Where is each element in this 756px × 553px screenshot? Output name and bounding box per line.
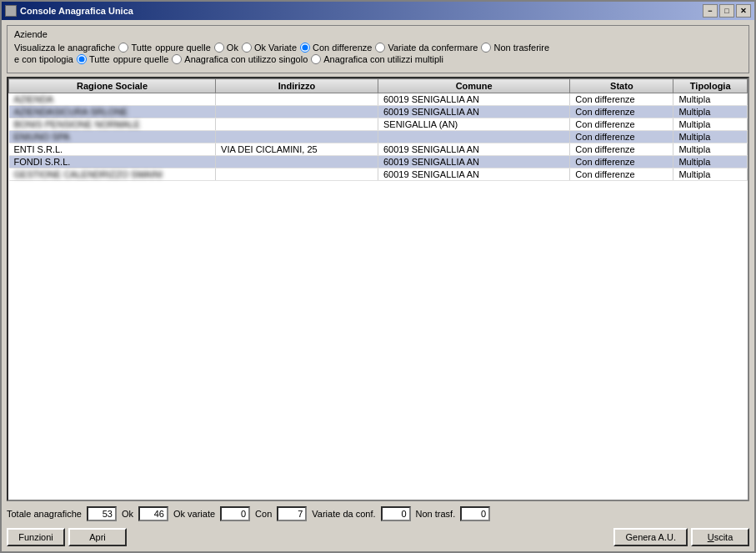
window-icon bbox=[5, 5, 17, 17]
radio-group-ok1: Ok bbox=[214, 43, 238, 53]
data-table-container[interactable]: Ragione Sociale Indirizzo Comune Stato T… bbox=[7, 77, 749, 501]
radio-okvariate1[interactable] bbox=[242, 43, 252, 53]
funzioni-button[interactable]: Funzioni bbox=[7, 528, 65, 546]
filter-label-2: e con tipologia bbox=[14, 54, 73, 64]
cell-ragione: BONIS PENSIONE NORMALE bbox=[9, 118, 216, 131]
oppure-label-1: oppure quelle bbox=[155, 43, 211, 53]
footer-right-buttons: Genera A.U. Uscita bbox=[613, 528, 749, 546]
radio-nontrasf1-label: Non trasferire bbox=[493, 43, 549, 53]
table-row[interactable]: GESTIONE CALENDRIZZO SMAINI60019 SENIGAL… bbox=[9, 168, 748, 181]
radio-anagmultipli[interactable] bbox=[311, 54, 321, 64]
radio-tutte2[interactable] bbox=[77, 54, 87, 64]
radio-group-anagmultipli: Anagrafica con utilizzi multipli bbox=[311, 54, 443, 64]
cell-indirizzo bbox=[216, 131, 378, 143]
cell-ragione: AZIENDASICURA SRLONE bbox=[9, 106, 216, 118]
cell-stato: Con differenze bbox=[570, 168, 673, 181]
radio-group-condiff1: Con differenze bbox=[300, 43, 372, 53]
radio-variate1-label: Variate da confermare bbox=[388, 43, 478, 53]
radio-ok1[interactable] bbox=[214, 43, 224, 53]
minimize-button[interactable]: − bbox=[703, 4, 718, 18]
aziende-groupbox: Aziende Visualizza le anagrafiche Tutte … bbox=[7, 25, 749, 73]
variate-value bbox=[381, 506, 411, 521]
table-row[interactable]: ENIUNO SPACon differenzeMultipla bbox=[9, 131, 748, 143]
radio-okvariate1-label: Ok Variate bbox=[254, 43, 297, 53]
radio-group-tutte2: Tutte bbox=[77, 54, 110, 64]
table-row[interactable]: BONIS PENSIONE NORMALESENIGALLIA (AN)Con… bbox=[9, 118, 748, 131]
table-row[interactable]: AZIENDA60019 SENIGALLIA ANCon differenze… bbox=[9, 93, 748, 106]
groupbox-title: Aziende bbox=[14, 29, 742, 39]
con-label: Con bbox=[255, 509, 272, 519]
radio-tutte2-label: Tutte bbox=[89, 54, 110, 64]
content-area: Aziende Visualizza le anagrafiche Tutte … bbox=[2, 20, 754, 551]
con-value bbox=[277, 506, 307, 521]
radio-tutte1-label: Tutte bbox=[131, 43, 152, 53]
nontrasf-label: Non trasf. bbox=[416, 509, 456, 519]
cell-ragione: FONDI S.R.L. bbox=[9, 156, 216, 168]
cell-comune bbox=[378, 131, 569, 143]
cell-tipologia: Multipla bbox=[673, 93, 748, 106]
title-bar: Console Anagrafica Unica − □ ✕ bbox=[2, 2, 754, 20]
col-indirizzo: Indirizzo bbox=[216, 79, 378, 93]
footer-buttons: Funzioni Apri Genera A.U. Uscita bbox=[7, 526, 749, 546]
okvariate-value bbox=[220, 506, 250, 521]
col-comune: Comune bbox=[378, 79, 569, 93]
cell-indirizzo bbox=[216, 118, 378, 131]
cell-ragione: AZIENDA bbox=[9, 93, 216, 106]
radio-condiff1-label: Con differenze bbox=[313, 43, 372, 53]
footer-left-buttons: Funzioni Apri bbox=[7, 528, 127, 546]
nontrasf-value bbox=[460, 506, 490, 521]
cell-stato: Con differenze bbox=[570, 156, 673, 168]
cell-indirizzo bbox=[216, 106, 378, 118]
cell-tipologia: Multipla bbox=[673, 118, 748, 131]
variate-label: Variate da conf. bbox=[312, 509, 375, 519]
table-row[interactable]: FONDI S.R.L.60019 SENIGALLIA ANCon diffe… bbox=[9, 156, 748, 168]
okvariate-label: Ok variate bbox=[173, 509, 215, 519]
window-title: Console Anagrafica Unica bbox=[20, 6, 133, 16]
cell-stato: Con differenze bbox=[570, 131, 673, 143]
table-row[interactable]: AZIENDASICURA SRLONE60019 SENIGALLIA ANC… bbox=[9, 106, 748, 118]
cell-comune: 60019 SENIGALLIA AN bbox=[378, 168, 569, 181]
uscita-button[interactable]: Uscita bbox=[691, 528, 749, 546]
cell-stato: Con differenze bbox=[570, 118, 673, 131]
radio-nontrasf1[interactable] bbox=[481, 43, 491, 53]
radio-ok1-label: Ok bbox=[227, 43, 238, 53]
col-ragione: Ragione Sociale bbox=[9, 79, 216, 93]
filter-row-1: Visualizza le anagrafiche Tutte oppure q… bbox=[14, 43, 742, 53]
radio-group-okvariate1: Ok Variate bbox=[242, 43, 297, 53]
radio-anagmultipli-label: Anagrafica con utilizzi multipli bbox=[323, 54, 443, 64]
totale-value bbox=[87, 506, 117, 521]
cell-tipologia: Multipla bbox=[673, 131, 748, 143]
radio-tutte1[interactable] bbox=[118, 43, 128, 53]
ok-label: Ok bbox=[122, 509, 133, 519]
data-table: Ragione Sociale Indirizzo Comune Stato T… bbox=[8, 78, 748, 181]
table-header-row: Ragione Sociale Indirizzo Comune Stato T… bbox=[9, 79, 748, 93]
ok-value bbox=[138, 506, 168, 521]
apri-button[interactable]: Apri bbox=[68, 528, 127, 546]
cell-comune: SENIGALLIA (AN) bbox=[378, 118, 569, 131]
cell-stato: Con differenze bbox=[570, 106, 673, 118]
radio-variate1[interactable] bbox=[375, 43, 385, 53]
table-row[interactable]: ENTI S.R.L.VIA DEI CICLAMINI, 2560019 SE… bbox=[9, 143, 748, 156]
radio-condiff1[interactable] bbox=[300, 43, 310, 53]
cell-indirizzo: VIA DEI CICLAMINI, 25 bbox=[216, 143, 378, 156]
cell-indirizzo bbox=[216, 93, 378, 106]
maximize-button[interactable]: □ bbox=[719, 4, 734, 18]
radio-group-tutte1: Tutte bbox=[118, 43, 152, 53]
filter-row-2: e con tipologia Tutte oppure quelle Anag… bbox=[14, 54, 742, 64]
close-button[interactable]: ✕ bbox=[736, 4, 751, 18]
genera-button[interactable]: Genera A.U. bbox=[613, 528, 688, 546]
cell-ragione: ENIUNO SPA bbox=[9, 131, 216, 143]
totale-label: Totale anagrafiche bbox=[7, 509, 82, 519]
radio-anagsingolo[interactable] bbox=[172, 54, 182, 64]
main-window: Console Anagrafica Unica − □ ✕ Aziende V… bbox=[0, 0, 756, 553]
table-body: AZIENDA60019 SENIGALLIA ANCon differenze… bbox=[9, 93, 748, 181]
radio-group-nontrasf1: Non trasferire bbox=[481, 43, 549, 53]
radio-group-variate1: Variate da confermare bbox=[375, 43, 478, 53]
cell-tipologia: Multipla bbox=[673, 143, 748, 156]
radio-anagsingolo-label: Anagrafica con utilizzo singolo bbox=[184, 54, 308, 64]
cell-indirizzo bbox=[216, 156, 378, 168]
cell-tipologia: Multipla bbox=[673, 106, 748, 118]
oppure-label-2: oppure quelle bbox=[113, 54, 169, 64]
cell-indirizzo bbox=[216, 168, 378, 181]
filter-label-1: Visualizza le anagrafiche bbox=[14, 43, 115, 53]
